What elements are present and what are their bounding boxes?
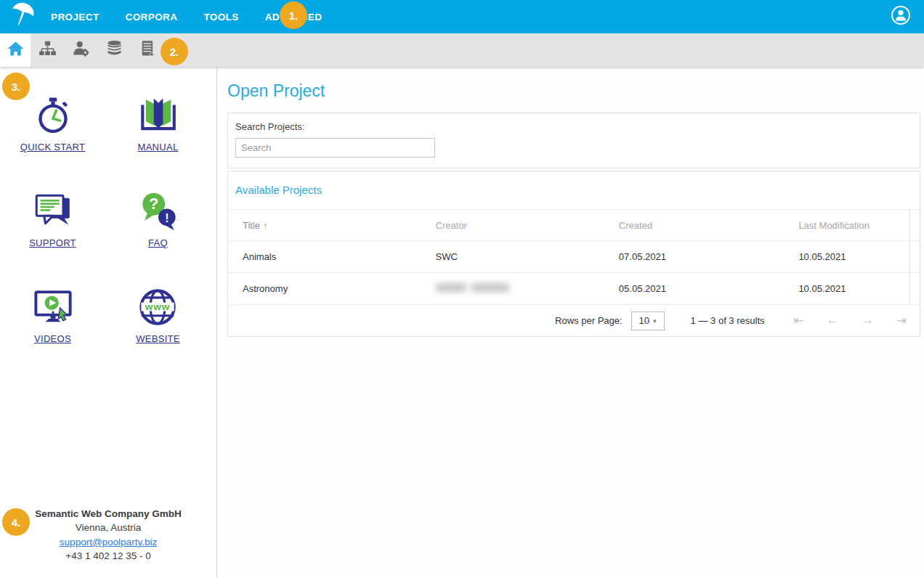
toolbar-home-tab[interactable] [0, 33, 31, 67]
question-exclamation-icon: ? ! [137, 189, 179, 232]
available-projects-panel: Available Projects Title↑ Creator Create… [227, 171, 920, 337]
row-spacer [909, 273, 920, 304]
next-page-icon[interactable]: → [862, 313, 874, 328]
manual-link[interactable]: MANUAL [137, 93, 179, 152]
website-link[interactable]: www WEBSITE [136, 285, 180, 344]
top-bar: PROJECT CORPORA TOOLS ADVANCED [0, 0, 924, 33]
toolbar-database-tab[interactable] [97, 33, 131, 67]
icon-toolbar [0, 33, 924, 67]
manual-label: MANUAL [138, 142, 179, 152]
sort-ascending-icon: ↑ [263, 220, 268, 231]
user-admin-icon [72, 40, 90, 60]
cell-last-modification: 10.05.2021 [798, 251, 909, 262]
previous-page-icon[interactable]: ← [827, 313, 839, 328]
faq-label: FAQ [148, 237, 168, 248]
column-header-title[interactable]: Title↑ [228, 220, 436, 231]
chat-bubbles-icon [32, 189, 74, 232]
toolbar-user-admin-tab[interactable] [64, 33, 97, 67]
search-projects-input[interactable] [235, 138, 435, 158]
blurred-creator-name [436, 283, 509, 292]
server-repository-icon [139, 40, 157, 60]
annotation-badge-1: 1. [280, 1, 307, 29]
row-spacer [909, 241, 920, 272]
company-name: Semantic Web Company GmbH [0, 507, 216, 521]
help-links-grid: QUICK START MANUAL [0, 93, 216, 344]
available-projects-heading: Available Projects [228, 171, 920, 209]
support-label: SUPPORT [29, 237, 76, 248]
column-header-created[interactable]: Created [619, 220, 799, 231]
quick-start-label: QUICK START [20, 142, 86, 152]
cell-created: 05.05.2021 [619, 283, 799, 294]
videos-label: VIDEOS [34, 333, 71, 344]
database-icon [105, 40, 123, 60]
toolbar-repository-tab[interactable] [131, 33, 164, 67]
company-footer: Semantic Web Company GmbH Vienna, Austri… [0, 507, 216, 563]
annotation-badge-2: 2. [161, 38, 188, 65]
svg-text:www: www [145, 301, 170, 312]
stopwatch-icon [33, 93, 73, 137]
poolparty-umbrella-icon [8, 1, 37, 33]
first-page-icon[interactable]: ⇤ [794, 313, 804, 328]
annotation-badge-4: 4. [2, 508, 30, 536]
quick-start-link[interactable]: QUICK START [20, 93, 86, 152]
pagination-arrows: ⇤ ← → ⇥ [794, 313, 907, 328]
chevron-down-icon: ▾ [653, 317, 657, 325]
rows-per-page-label: Rows per Page: [555, 315, 623, 326]
www-globe-icon: www [137, 285, 179, 328]
home-icon [7, 40, 25, 60]
taxonomy-tree-icon [38, 40, 57, 60]
help-sidebar: QUICK START MANUAL [0, 67, 217, 578]
menu-corpora[interactable]: CORPORA [126, 12, 178, 23]
menu-tools[interactable]: TOOLS [203, 12, 238, 23]
page-title: Open Project [227, 81, 920, 101]
cell-last-modification: 10.05.2021 [798, 283, 909, 294]
projects-table-header: Title↑ Creator Created Last Modification [228, 209, 920, 241]
cell-creator-redacted [436, 283, 619, 294]
column-header-last-modification[interactable]: Last Modification [798, 220, 909, 231]
support-link[interactable]: SUPPORT [29, 189, 76, 248]
support-email-link[interactable]: support@poolparty.biz [0, 535, 216, 550]
table-pagination-bar: Rows per Page: 10 ▾ 1 — 3 of 3 results ⇤… [228, 305, 920, 336]
header-spacer [909, 210, 920, 240]
cell-created: 07.05.2021 [619, 251, 799, 262]
poolparty-logo[interactable] [0, 1, 45, 33]
cell-title: Astronomy [228, 283, 436, 294]
main-panel: Open Project Search Projects: Available … [217, 67, 924, 578]
faq-link[interactable]: ? ! FAQ [137, 189, 179, 248]
video-monitor-icon [32, 285, 74, 328]
menu-project[interactable]: PROJECT [51, 12, 100, 23]
search-projects-label: Search Projects: [235, 121, 912, 132]
toolbar-taxonomy-tab[interactable] [31, 33, 64, 67]
annotation-badge-3: 3. [2, 73, 30, 100]
svg-text:?: ? [149, 195, 158, 213]
cell-title: Animals [228, 251, 436, 262]
search-projects-panel: Search Projects: [227, 113, 920, 168]
company-phone: +43 1 402 12 35 - 0 [0, 549, 216, 563]
rows-per-page-select[interactable]: 10 ▾ [631, 312, 665, 330]
videos-link[interactable]: VIDEOS [32, 285, 74, 344]
svg-text:!: ! [164, 211, 169, 225]
user-account-button[interactable] [891, 5, 911, 28]
website-label: WEBSITE [136, 333, 180, 344]
cell-creator: SWC [436, 251, 619, 262]
content-area: QUICK START MANUAL [0, 67, 924, 578]
column-header-creator[interactable]: Creator [436, 220, 619, 231]
results-count-text: 1 — 3 of 3 results [691, 315, 765, 326]
company-city: Vienna, Austria [0, 521, 216, 535]
last-page-icon[interactable]: ⇥ [896, 313, 907, 328]
user-account-icon [891, 5, 911, 28]
open-book-icon [137, 93, 179, 137]
project-row-astronomy[interactable]: Astronomy 05.05.2021 10.05.2021 [228, 273, 920, 305]
project-row-animals[interactable]: Animals SWC 07.05.2021 10.05.2021 [228, 241, 920, 273]
